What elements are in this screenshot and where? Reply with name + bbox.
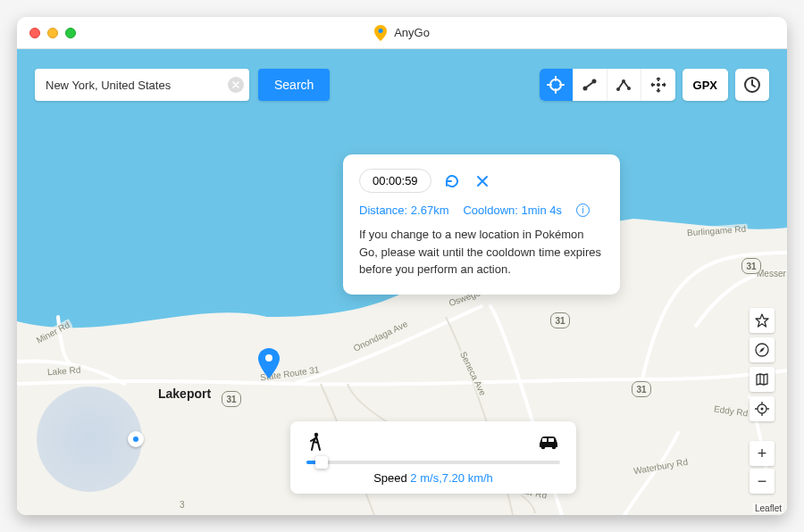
star-icon (755, 313, 769, 328)
popup-body-text: If you change to a new location in Pokém… (359, 226, 604, 278)
maximize-window-button[interactable] (65, 28, 76, 38)
window-title: AnyGo (17, 25, 787, 41)
location-pin-icon[interactable] (258, 348, 280, 382)
locate-me-button[interactable] (750, 396, 775, 421)
clear-search-button[interactable] (228, 77, 244, 93)
speed-readout: Speed 2 m/s,7.20 km/h (306, 471, 560, 485)
minimize-window-button[interactable] (47, 28, 58, 38)
svg-point-17 (761, 408, 764, 411)
zoom-stack: + − (750, 441, 775, 494)
close-window-button[interactable] (29, 28, 40, 38)
zoom-out-button[interactable]: − (750, 469, 775, 494)
refresh-icon (444, 173, 460, 189)
jump-mode-button[interactable] (641, 69, 675, 101)
map-canvas[interactable]: Lake Rd State Route 31 Miner Rd Burlinga… (17, 49, 787, 515)
app-title-text: AnyGo (394, 26, 430, 39)
map-layers-button[interactable] (750, 367, 775, 392)
joystick-pad[interactable] (37, 387, 142, 492)
compass-button[interactable] (750, 337, 775, 362)
svg-point-12 (552, 445, 557, 450)
joystick[interactable] (37, 387, 142, 492)
app-logo-icon (374, 25, 387, 41)
car-icon (537, 434, 560, 453)
titlebar: AnyGo (17, 17, 787, 49)
speed-slider-thumb[interactable] (315, 456, 328, 469)
search-input[interactable] (46, 79, 228, 92)
distance-stat: Distance: 2.67km (359, 204, 448, 217)
refresh-cooldown-button[interactable] (442, 171, 462, 191)
map-attribution: Leaflet (753, 503, 783, 513)
gpx-button[interactable]: GPX (683, 69, 728, 101)
popup-header: 00:00:59 (359, 169, 604, 193)
popup-stats: Distance: 2.67km Cooldown: 1min 4s i (359, 204, 604, 217)
app-window: AnyGo (17, 17, 787, 515)
waypoints-icon (615, 76, 632, 94)
search-button[interactable]: Search (258, 69, 330, 101)
speed-slider[interactable] (306, 461, 560, 464)
svg-point-8 (657, 83, 660, 87)
mode-group (540, 69, 675, 101)
svg-point-11 (541, 445, 546, 450)
clock-icon (743, 76, 761, 94)
mode-controls: GPX (540, 69, 769, 101)
traffic-lights (17, 28, 76, 38)
top-controls: Search (35, 69, 769, 101)
svg-point-1 (265, 354, 272, 362)
zoom-in-button[interactable]: + (750, 441, 775, 466)
city-label: Lakeport (158, 387, 211, 401)
cooldown-popup: 00:00:59 Distance: 2.67km (343, 154, 620, 295)
close-icon (475, 174, 490, 188)
search-box (35, 69, 249, 101)
svg-rect-14 (549, 438, 554, 442)
walk-icon (306, 432, 324, 455)
compass-icon (755, 343, 769, 357)
crosshair-icon (547, 76, 565, 94)
move-arrows-icon (649, 76, 667, 94)
history-button[interactable] (735, 69, 769, 101)
cooldown-timer: 00:00:59 (359, 169, 431, 193)
close-popup-button[interactable] (473, 171, 492, 191)
cooldown-stat: Cooldown: 1min 4s (463, 204, 562, 217)
multi-spot-mode-button[interactable] (607, 69, 641, 101)
search-wrap: Search (35, 69, 330, 101)
joystick-handle[interactable] (128, 431, 144, 447)
map-icon (755, 372, 769, 387)
speed-panel: Speed 2 m/s,7.20 km/h (290, 421, 576, 494)
route-line-icon (581, 76, 599, 94)
two-spot-mode-button[interactable] (574, 69, 607, 101)
side-tool-stack (750, 308, 775, 421)
favorites-button[interactable] (750, 308, 775, 333)
locate-icon (755, 402, 769, 416)
svg-point-0 (379, 29, 383, 33)
info-button[interactable]: i (576, 204, 590, 217)
teleport-mode-button[interactable] (540, 69, 574, 101)
svg-rect-13 (542, 438, 547, 442)
